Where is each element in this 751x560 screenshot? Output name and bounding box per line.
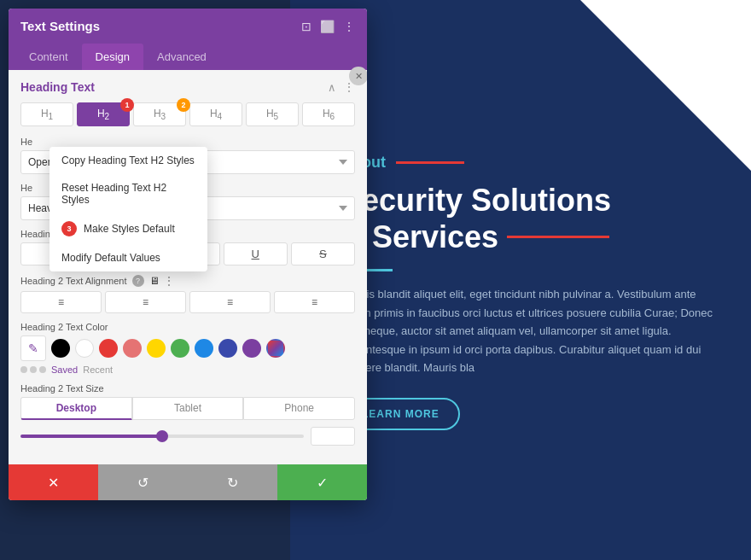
h3-tab[interactable]: H3 2 bbox=[133, 102, 186, 126]
h2-tab[interactable]: H2 1 bbox=[77, 102, 130, 126]
preview-content: About Security Solutions & Services Maur… bbox=[341, 154, 717, 430]
size-slider-row: 56px bbox=[20, 427, 355, 446]
tab-content[interactable]: Content bbox=[15, 44, 82, 70]
panel-footer: ✕ ↺ ↻ ✓ bbox=[9, 464, 367, 500]
info-icon: ? bbox=[132, 275, 144, 287]
h6-tab[interactable]: H6 bbox=[302, 102, 355, 126]
color-red[interactable] bbox=[99, 339, 118, 358]
preview-body-text: Mauris blandit aliquet elit, eget tincid… bbox=[341, 285, 717, 376]
color-gradient[interactable] bbox=[266, 339, 285, 358]
color-black[interactable] bbox=[51, 339, 70, 358]
tab-design[interactable]: Design bbox=[82, 44, 143, 70]
color-light-red[interactable] bbox=[123, 339, 142, 358]
preview-title: Security Solutions & Services bbox=[341, 182, 717, 255]
text-size-row: Heading 2 Text Size Desktop Tablet Phone… bbox=[20, 383, 355, 446]
alignment-label-row: Heading 2 Text Alignment ? 🖥 ⋮ bbox=[20, 274, 355, 288]
color-dot-1 bbox=[20, 366, 27, 373]
align-justify-button[interactable]: ≡ bbox=[274, 291, 355, 313]
panel-header: Text Settings ⊡ ⬜ ⋮ bbox=[9, 9, 367, 44]
size-tab-desktop[interactable]: Desktop bbox=[20, 397, 132, 420]
reset-styles-item[interactable]: Reset Heading Text H2 Styles bbox=[49, 174, 207, 213]
cancel-button[interactable]: ✕ bbox=[9, 464, 98, 500]
color-picker-button[interactable]: ✎ bbox=[20, 335, 46, 361]
align-center-button[interactable]: ≡ bbox=[105, 291, 186, 313]
color-blue[interactable] bbox=[195, 339, 213, 358]
text-color-row: Heading 2 Text Color ✎ bbox=[20, 322, 355, 375]
title-line2-row: & Services bbox=[341, 219, 717, 255]
alignment-more-icon[interactable]: ⋮ bbox=[163, 274, 175, 288]
color-white[interactable] bbox=[75, 339, 94, 358]
context-dropdown: Copy Heading Text H2 Styles Reset Headin… bbox=[49, 147, 207, 271]
modify-default-item[interactable]: Modify Default Values bbox=[49, 244, 207, 271]
size-tab-tablet[interactable]: Tablet bbox=[132, 397, 244, 420]
panel-header-icons: ⊡ ⬜ ⋮ bbox=[301, 20, 355, 33]
color-dot-2 bbox=[30, 366, 37, 373]
h3-badge: 2 bbox=[177, 98, 190, 112]
make-default-item[interactable]: 3 Make Styles Default bbox=[49, 213, 207, 244]
color-dot-3 bbox=[39, 366, 46, 373]
h5-tab[interactable]: H5 bbox=[246, 102, 299, 126]
desktop-device-icon[interactable]: 🖥 bbox=[149, 275, 160, 287]
tab-advanced[interactable]: Advanced bbox=[143, 44, 220, 70]
section-title: Heading Text bbox=[20, 80, 95, 94]
color-dots bbox=[20, 366, 46, 373]
columns-icon[interactable]: ⬜ bbox=[320, 20, 335, 33]
color-yellow[interactable] bbox=[147, 339, 166, 358]
cancel-icon: ✕ bbox=[48, 475, 59, 491]
color-swatches: ✎ bbox=[20, 335, 355, 361]
h4-tab[interactable]: H4 bbox=[189, 102, 242, 126]
redo-icon: ↻ bbox=[227, 475, 238, 491]
modify-default-label: Modify Default Values bbox=[61, 252, 160, 264]
white-corner-decoration bbox=[580, 0, 751, 171]
heading-level-tabs: H1 H2 1 H3 2 H4 H5 H6 bbox=[20, 102, 355, 126]
recent-label: Recent bbox=[83, 365, 113, 375]
h2-badge: 1 bbox=[120, 98, 134, 112]
reset-button[interactable]: ↺ bbox=[98, 464, 188, 500]
size-slider[interactable] bbox=[20, 435, 304, 438]
underline-button[interactable]: U bbox=[224, 242, 288, 265]
saved-label: Saved bbox=[51, 365, 78, 375]
copy-styles-label: Copy Heading Text H2 Styles bbox=[61, 155, 195, 166]
color-purple[interactable] bbox=[242, 339, 261, 358]
align-left-button[interactable]: ≡ bbox=[20, 291, 102, 313]
make-default-label: Make Styles Default bbox=[84, 223, 175, 235]
save-icon: ✓ bbox=[317, 475, 328, 491]
size-label: Heading 2 Text Size bbox=[20, 383, 355, 394]
alignment-label: Heading 2 Text Alignment bbox=[20, 276, 127, 286]
redo-button[interactable]: ↻ bbox=[188, 464, 277, 500]
more-options-icon[interactable]: ⋮ bbox=[343, 20, 355, 33]
size-input[interactable]: 56px bbox=[311, 427, 355, 446]
h1-tab[interactable]: H1 bbox=[20, 102, 73, 126]
collapse-icon[interactable]: ∧ bbox=[328, 81, 336, 94]
section-header: Heading Text ∧ ⋮ bbox=[20, 80, 355, 94]
copy-styles-item[interactable]: Copy Heading Text H2 Styles bbox=[49, 147, 207, 174]
about-line-decoration bbox=[396, 161, 464, 164]
reset-icon: ↺ bbox=[137, 475, 148, 491]
device-icons: 🖥 ⋮ bbox=[149, 274, 175, 288]
font-family-label: He bbox=[20, 137, 355, 147]
text-alignment-row: Heading 2 Text Alignment ? 🖥 ⋮ ≡ ≡ ≡ ≡ bbox=[20, 274, 355, 313]
maximize-icon[interactable]: ⊡ bbox=[301, 20, 311, 33]
about-row: About bbox=[341, 154, 717, 172]
align-right-button[interactable]: ≡ bbox=[189, 291, 271, 313]
color-footer: Saved Recent bbox=[20, 365, 355, 375]
size-tabs: Desktop Tablet Phone bbox=[20, 397, 355, 420]
close-button[interactable]: ✕ bbox=[349, 67, 367, 85]
color-green[interactable] bbox=[171, 339, 189, 358]
title-line1: Security Solutions bbox=[341, 182, 717, 219]
reset-styles-label: Reset Heading Text H2 Styles bbox=[61, 182, 195, 206]
panel-title: Text Settings bbox=[20, 19, 100, 33]
make-default-badge: 3 bbox=[61, 221, 77, 236]
color-label: Heading 2 Text Color bbox=[20, 322, 355, 332]
alignment-buttons: ≡ ≡ ≡ ≡ bbox=[20, 291, 355, 313]
save-button[interactable]: ✓ bbox=[277, 464, 367, 500]
panel-tabs: Content Design Advanced bbox=[9, 44, 367, 70]
color-dark-blue[interactable] bbox=[218, 339, 237, 358]
strikethrough-button[interactable]: S bbox=[291, 242, 355, 265]
title-red-line bbox=[507, 236, 609, 238]
size-tab-phone[interactable]: Phone bbox=[243, 397, 355, 420]
